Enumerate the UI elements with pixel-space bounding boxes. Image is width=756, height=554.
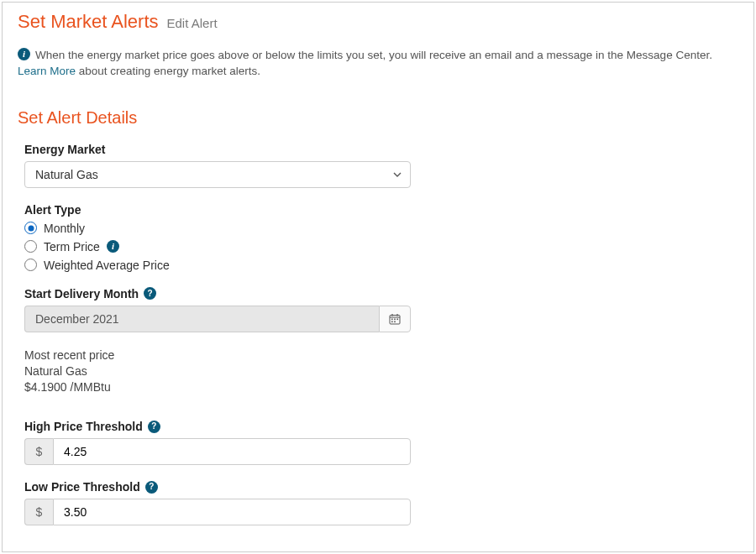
learn-more-link[interactable]: Learn More (18, 65, 76, 77)
calendar-button[interactable] (379, 306, 411, 332)
energy-market-value: Natural Gas (35, 168, 98, 181)
energy-market-label: Energy Market (24, 143, 411, 156)
start-delivery-input: December 2021 (24, 306, 411, 332)
radio-label: Monthly (44, 222, 85, 235)
alert-type-term-price[interactable]: Term Price i (24, 240, 411, 253)
high-threshold-input-group: $ (24, 438, 411, 465)
low-threshold-input[interactable] (53, 499, 411, 525)
radio-icon (24, 259, 37, 271)
info-block: i When the energy market price goes abov… (18, 48, 738, 80)
alert-form: Energy Market Natural Gas Alert Type Mon… (18, 143, 411, 526)
recent-price-value: $4.1900 /MMBtu (24, 379, 411, 395)
chevron-down-icon (393, 170, 402, 179)
currency-prefix: $ (24, 438, 53, 465)
low-threshold-label: Low Price Threshold ? (24, 480, 411, 494)
svg-rect-7 (391, 321, 393, 322)
recent-price-commodity: Natural Gas (24, 363, 411, 379)
help-icon[interactable]: ? (144, 287, 156, 300)
radio-label: Term Price (44, 240, 100, 253)
high-threshold-label: High Price Threshold ? (24, 420, 411, 433)
help-icon[interactable]: ? (148, 421, 160, 433)
radio-label: Weighted Average Price (44, 259, 170, 272)
high-threshold-input[interactable] (53, 438, 411, 465)
svg-rect-8 (394, 321, 396, 322)
alert-type-monthly[interactable]: Monthly (24, 222, 411, 235)
page-title-row: Set Market Alerts Edit Alert (18, 11, 738, 33)
svg-rect-4 (391, 318, 393, 320)
calendar-icon (389, 313, 401, 325)
recent-price-label: Most recent price (24, 348, 411, 363)
info-icon: i (18, 48, 30, 60)
svg-rect-6 (396, 318, 398, 320)
info-icon[interactable]: i (107, 240, 119, 253)
info-text: When the energy market price goes above … (35, 48, 712, 64)
svg-rect-5 (394, 318, 396, 320)
alert-settings-panel: Set Market Alerts Edit Alert i When the … (2, 2, 754, 552)
radio-icon (24, 222, 37, 234)
start-delivery-label: Start Delivery Month ? (24, 287, 411, 301)
page-title: Set Market Alerts (18, 11, 159, 33)
section-title: Set Alert Details (18, 108, 738, 128)
currency-prefix: $ (24, 499, 53, 525)
alert-type-label: Alert Type (24, 203, 411, 217)
alert-type-weighted-average[interactable]: Weighted Average Price (24, 259, 411, 272)
low-threshold-input-group: $ (24, 499, 411, 525)
energy-market-select[interactable]: Natural Gas (24, 161, 411, 188)
radio-icon (24, 240, 37, 253)
learn-more-suffix: about creating energy market alerts. (76, 65, 260, 77)
page-subtitle: Edit Alert (167, 16, 218, 30)
recent-price-block: Most recent price Natural Gas $4.1900 /M… (24, 348, 411, 395)
start-delivery-value[interactable]: December 2021 (24, 306, 379, 332)
help-icon[interactable]: ? (145, 481, 158, 494)
alert-type-group: Monthly Term Price i Weighted Average Pr… (24, 222, 411, 272)
